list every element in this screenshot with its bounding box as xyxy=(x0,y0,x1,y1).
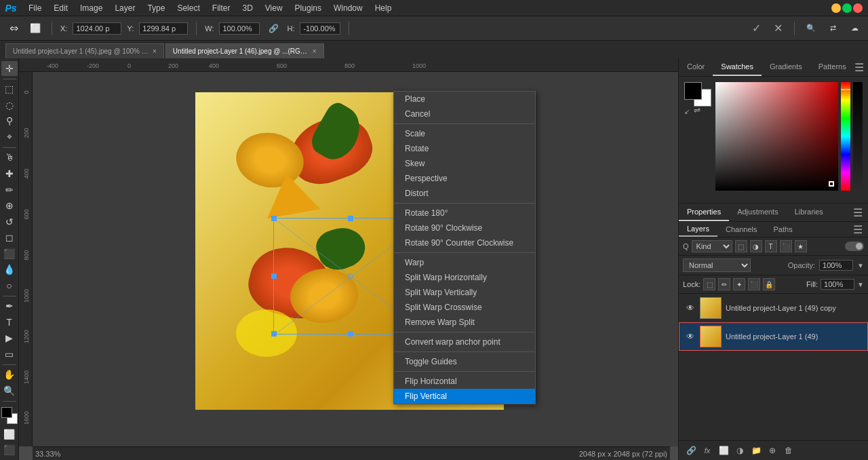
clone-stamp-tool[interactable]: ⊕ xyxy=(1,198,18,213)
type-tool[interactable]: T xyxy=(1,315,18,330)
eraser-tool[interactable]: ◻ xyxy=(1,230,18,245)
tab-color[interactable]: Color xyxy=(679,58,713,76)
tab-properties[interactable]: Properties xyxy=(679,204,729,221)
scrollbar-bottom[interactable]: 33.33% 2048 px x 2048 px (72 ppi) xyxy=(33,446,670,460)
opacity-dropdown-icon[interactable]: ▼ xyxy=(857,262,864,269)
layer-group-button[interactable]: 📁 xyxy=(749,444,763,457)
blur-tool[interactable]: 💧 xyxy=(1,263,18,277)
sub-tab-layers[interactable]: Layers xyxy=(679,222,717,237)
filter-pixel-icon[interactable]: ⬚ xyxy=(735,240,747,252)
cancel-transform-icon[interactable]: ✕ xyxy=(770,20,786,37)
filter-toggle[interactable] xyxy=(845,242,864,251)
menu-plugins[interactable]: Plugins xyxy=(290,2,327,14)
layer-new-button[interactable]: ⊕ xyxy=(766,444,779,457)
menu-select[interactable]: Select xyxy=(172,2,205,14)
menu-edit[interactable]: Edit xyxy=(48,2,73,14)
sub-tab-paths[interactable]: Paths xyxy=(766,223,801,236)
ctx-split-warp-v[interactable]: Split Warp Vertically xyxy=(394,285,535,300)
ctx-rotate[interactable]: Rotate xyxy=(394,141,535,156)
layer-adj-button[interactable]: ◑ xyxy=(733,444,747,457)
link-proportions-icon[interactable]: 🔗 xyxy=(265,20,281,37)
ctx-place[interactable]: Place xyxy=(394,92,535,107)
tab-libraries[interactable]: Libraries xyxy=(787,204,831,221)
saturation-luminance-picker[interactable] xyxy=(715,82,838,191)
h-input[interactable] xyxy=(300,22,340,35)
sync-icon[interactable]: ⇄ xyxy=(825,20,841,37)
lock-artboard-icon[interactable]: ⬛ xyxy=(748,278,760,290)
blend-mode-select[interactable]: Normal xyxy=(683,258,751,272)
alpha-slider[interactable] xyxy=(853,82,863,191)
menu-type[interactable]: Type xyxy=(142,2,170,14)
menu-file[interactable]: File xyxy=(23,2,47,14)
ctx-toggle-guides[interactable]: Toggle Guides xyxy=(394,354,535,369)
ctx-split-warp-cross[interactable]: Split Warp Crosswise xyxy=(394,300,535,315)
ctx-remove-warp-split[interactable]: Remove Warp Split xyxy=(394,315,535,330)
search-button[interactable]: 🔍 xyxy=(803,20,819,37)
brush-tool[interactable]: ✏ xyxy=(1,183,18,197)
history-brush-tool[interactable]: ↺ xyxy=(1,214,18,229)
tab-close-1[interactable]: × xyxy=(313,47,317,55)
tab-swatches[interactable]: Swatches xyxy=(713,58,762,76)
swap-colors-icon[interactable]: ⇌ xyxy=(694,105,701,115)
tab-close-0[interactable]: × xyxy=(153,47,157,55)
menu-3d[interactable]: 3D xyxy=(237,2,258,14)
maximize-button[interactable] xyxy=(842,3,852,13)
menu-image[interactable]: Image xyxy=(75,2,108,14)
transform-rect-icon[interactable]: ⬜ xyxy=(27,20,43,37)
ctx-scale[interactable]: Scale xyxy=(394,126,535,141)
ctx-perspective[interactable]: Perspective xyxy=(394,171,535,186)
menu-layer[interactable]: Layer xyxy=(109,2,140,14)
ctx-convert-warp[interactable]: Convert warp anchor point xyxy=(394,334,535,349)
lock-transparent-icon[interactable]: ⬚ xyxy=(703,278,715,290)
layer-row-copy[interactable]: 👁 Untitled project-Layer 1 (49) copy xyxy=(679,294,868,322)
menu-view[interactable]: View xyxy=(260,2,288,14)
marquee-tool[interactable]: ⬚ xyxy=(1,81,18,96)
move-tool-icon[interactable]: ⇔ xyxy=(5,20,22,37)
lock-paint-icon[interactable]: ✏ xyxy=(718,278,730,290)
tab-layer45[interactable]: Untitled project-Layer 1 (45).jpeg @ 100… xyxy=(5,43,164,58)
dodge-tool[interactable]: ○ xyxy=(1,278,18,293)
path-select-tool[interactable]: ▶ xyxy=(1,331,18,346)
ctx-split-warp-h[interactable]: Split Warp Horizontally xyxy=(394,270,535,285)
crop-tool[interactable]: ⌖ xyxy=(1,130,18,145)
fill-input[interactable] xyxy=(821,279,854,290)
pen-tool[interactable]: ✒ xyxy=(1,299,18,314)
ctx-skew[interactable]: Skew xyxy=(394,156,535,171)
minimize-button[interactable] xyxy=(831,3,841,13)
hand-tool[interactable]: ✋ xyxy=(1,368,18,383)
ctx-flip-v[interactable]: Flip Vertical xyxy=(394,389,535,404)
opacity-input[interactable] xyxy=(819,260,853,271)
color-panel-menu[interactable]: ☰ xyxy=(854,61,864,74)
hue-slider[interactable] xyxy=(841,82,850,191)
menu-help[interactable]: Help xyxy=(370,2,397,14)
sub-tab-channels[interactable]: Channels xyxy=(717,223,765,236)
y-input[interactable] xyxy=(139,22,188,35)
layer-row-active[interactable]: 👁 Untitled project-Layer 1 (49) xyxy=(679,322,868,351)
cloud-icon[interactable]: ☁ xyxy=(846,20,863,37)
tab-layer46[interactable]: Untitled project-Layer 1 (46).jpeg @ ...… xyxy=(165,43,324,58)
foreground-color-picker[interactable] xyxy=(684,82,702,100)
reset-colors-icon[interactable]: ↙ xyxy=(684,108,690,115)
layer-mask-button[interactable]: ⬜ xyxy=(717,444,730,457)
filter-shape-icon[interactable]: ⬛ xyxy=(780,240,792,252)
zoom-tool[interactable]: 🔍 xyxy=(1,383,18,398)
commit-icon[interactable]: ✓ xyxy=(748,20,764,37)
layer-link-button[interactable]: 🔗 xyxy=(684,444,698,457)
menu-window[interactable]: Window xyxy=(328,2,368,14)
layer-visibility-copy[interactable]: 👁 xyxy=(685,303,696,313)
tab-adjustments[interactable]: Adjustments xyxy=(729,204,787,221)
ctx-flip-h[interactable]: Flip Horizontal xyxy=(394,374,535,389)
healing-tool[interactable]: ✚ xyxy=(1,166,18,181)
quick-select-tool[interactable]: ⚲ xyxy=(1,114,18,129)
fill-dropdown-icon[interactable]: ▼ xyxy=(857,281,864,288)
tab-patterns[interactable]: Patterns xyxy=(810,58,854,76)
layers-panel-menu[interactable]: ☰ xyxy=(853,223,863,236)
ctx-rotate90cw[interactable]: Rotate 90° Clockwise xyxy=(394,221,535,235)
filter-adj-icon[interactable]: ◑ xyxy=(750,240,762,252)
layer-visibility-active[interactable]: 👁 xyxy=(685,331,696,342)
ctx-rotate90ccw[interactable]: Rotate 90° Counter Clockwise xyxy=(394,235,535,250)
ctx-distort[interactable]: Distort xyxy=(394,186,535,201)
eyedropper-tool[interactable]: 🖰 xyxy=(1,151,18,166)
filter-smart-icon[interactable]: ★ xyxy=(795,240,807,252)
ctx-rotate180[interactable]: Rotate 180° xyxy=(394,206,535,221)
